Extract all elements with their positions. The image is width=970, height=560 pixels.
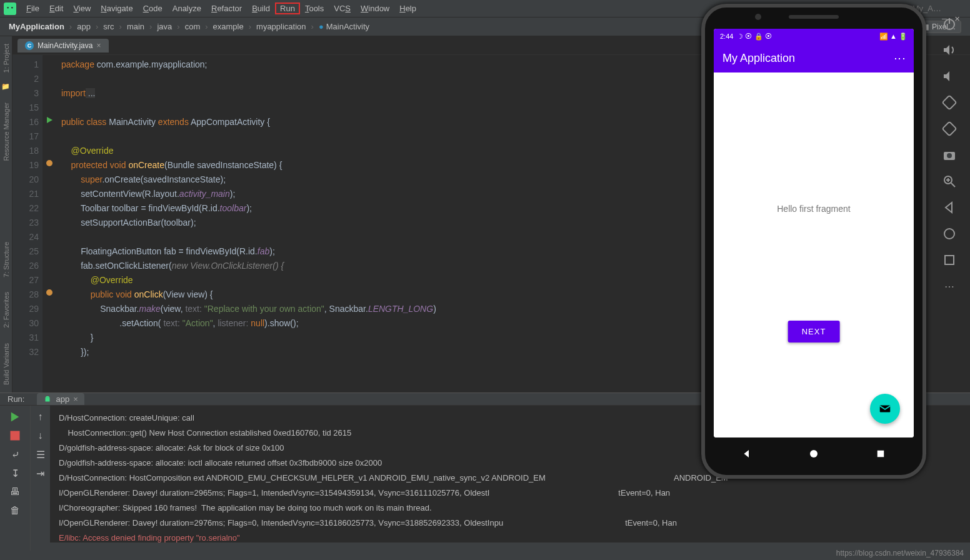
svg-point-1 — [7, 7, 9, 8]
up-icon[interactable]: ↑ — [34, 411, 47, 423]
minimize-icon[interactable]: ─ — [940, 15, 949, 24]
crumb-myapp[interactable]: myapplication — [254, 21, 309, 32]
svg-point-2 — [11, 7, 13, 8]
svg-rect-11 — [942, 96, 957, 110]
status-icons-right: 📶 ▲ 🔋 — [879, 32, 908, 41]
svg-marker-4 — [47, 117, 52, 123]
app-bar: My Application ⋮ — [714, 44, 914, 72]
nav-home-icon[interactable] — [808, 448, 819, 459]
emulator-toolbar: ⋯ — [934, 11, 965, 294]
tab-mainactivity[interactable]: C MainActivity.java × — [18, 39, 109, 52]
export-icon[interactable]: ⇥ — [34, 467, 47, 479]
print-icon[interactable]: 🖶 — [9, 486, 21, 498]
tool-resource-manager[interactable]: Resource Manager — [2, 102, 10, 161]
crumb-main[interactable]: main — [124, 21, 147, 32]
override-gutter-icon[interactable] — [44, 156, 55, 170]
close-icon[interactable]: × — [96, 41, 101, 50]
soft-wrap-icon[interactable]: ⤶ — [9, 448, 21, 461]
status-bar: https://blog.csdn.net/weixin_47936384 — [830, 548, 970, 560]
menu-vcs[interactable]: VCS — [329, 2, 356, 14]
tool-build-variants[interactable]: Build Variants — [2, 343, 10, 385]
down-icon[interactable]: ↓ — [34, 429, 47, 442]
nav-overview-icon[interactable] — [875, 448, 886, 459]
run-gutter-icon[interactable] — [44, 112, 55, 127]
crumb-app[interactable]: app — [74, 21, 93, 32]
svg-line-16 — [951, 183, 955, 187]
android-studio-logo — [4, 2, 16, 15]
crumb-project[interactable]: MyApplication — [6, 21, 67, 32]
menu-view[interactable]: View — [68, 2, 96, 14]
folder-icon[interactable]: 📁 — [1, 82, 11, 92]
menu-help[interactable]: Help — [394, 2, 421, 14]
android-statusbar: 2:44 ☽ ⦿ 🔒 ⦿ 📶 ▲ 🔋 — [714, 29, 914, 44]
menu-edit[interactable]: Edit — [44, 2, 68, 14]
crumb-class[interactable]: MainActivity — [316, 21, 372, 32]
chevron-right-icon: › — [68, 22, 73, 31]
override-gutter-icon-2[interactable] — [44, 285, 55, 299]
svg-point-5 — [46, 160, 52, 166]
filter-icon[interactable]: ☰ — [34, 448, 47, 461]
speaker — [789, 15, 839, 19]
menu-run[interactable]: Run — [275, 2, 300, 14]
clear-icon[interactable]: 🗑 — [9, 504, 21, 517]
fab-button[interactable] — [870, 394, 900, 424]
camera-icon[interactable] — [942, 148, 957, 162]
svg-point-6 — [46, 289, 52, 296]
overflow-menu-icon[interactable]: ⋮ — [893, 53, 907, 63]
run-tool-strip: ⤶ ↧ 🖶 🗑 — [0, 406, 30, 551]
fragment-text: Hello first fragment — [714, 204, 914, 214]
menu-refactor[interactable]: Refactor — [206, 2, 247, 14]
home-icon[interactable] — [942, 226, 957, 241]
menu-navigate[interactable]: Navigate — [96, 2, 138, 14]
camera-dot — [755, 14, 761, 20]
menu-code[interactable]: Code — [138, 2, 168, 14]
svg-point-20 — [944, 229, 954, 239]
menu-analyze[interactable]: Analyze — [168, 2, 206, 14]
mail-icon — [878, 402, 892, 416]
svg-rect-12 — [942, 122, 957, 136]
emulator: 2:44 ☽ ⦿ 🔒 ⦿ 📶 ▲ 🔋 My Application ⋮ Hell… — [701, 4, 926, 498]
run-label: Run: — [8, 394, 24, 404]
overview-icon[interactable] — [942, 252, 957, 268]
phone-frame: 2:44 ☽ ⦿ 🔒 ⦿ 📶 ▲ 🔋 My Application ⋮ Hell… — [701, 4, 926, 479]
emulator-window-controls: ─ ✕ — [940, 15, 961, 24]
rotate-right-icon[interactable] — [942, 121, 957, 136]
gutter: 123151617181920212223242526272829303132 — [12, 55, 42, 392]
breadcrumb: MyApplication › app› src› main› java› co… — [6, 21, 372, 32]
tab-label: MainActivity.java — [38, 41, 92, 50]
rotate-left-icon[interactable] — [942, 95, 957, 110]
svg-marker-19 — [946, 202, 952, 212]
svg-point-14 — [947, 153, 952, 158]
crumb-java[interactable]: java — [154, 21, 174, 32]
volume-down-icon[interactable] — [942, 69, 957, 84]
stop-icon[interactable] — [9, 429, 21, 442]
crumb-com[interactable]: com — [182, 21, 203, 32]
close-icon[interactable]: ✕ — [952, 15, 961, 24]
tool-project[interactable]: 1: Project — [2, 44, 10, 72]
volume-up-icon[interactable] — [942, 42, 957, 58]
run-tab-app[interactable]: app × — [37, 393, 84, 405]
phone-screen[interactable]: 2:44 ☽ ⦿ 🔒 ⦿ 📶 ▲ 🔋 My Application ⋮ Hell… — [714, 29, 914, 438]
svg-rect-0 — [4, 2, 16, 15]
nav-back-icon[interactable] — [741, 448, 752, 459]
svg-marker-23 — [744, 450, 749, 458]
next-button[interactable]: NEXT — [788, 321, 840, 342]
rerun-icon[interactable] — [9, 411, 21, 423]
menu-tools[interactable]: Tools — [300, 2, 329, 14]
svg-rect-7 — [46, 398, 50, 401]
menu-file[interactable]: FFileile — [21, 2, 44, 14]
crumb-example[interactable]: example — [211, 21, 246, 32]
svg-point-24 — [810, 450, 818, 458]
tool-structure[interactable]: 7: Structure — [2, 242, 10, 278]
app-content: Hello first fragment NEXT — [714, 72, 914, 438]
menu-build[interactable]: Build — [247, 2, 275, 14]
zoom-icon[interactable] — [942, 174, 957, 189]
back-icon[interactable] — [942, 200, 957, 215]
scroll-end-icon[interactable]: ↧ — [9, 467, 21, 479]
close-icon[interactable]: × — [73, 394, 78, 404]
tool-favorites[interactable]: 2: Favorites — [2, 292, 10, 328]
more-icon[interactable]: ⋯ — [942, 279, 957, 294]
svg-rect-21 — [945, 256, 954, 264]
crumb-src[interactable]: src — [101, 21, 116, 32]
menu-window[interactable]: Window — [356, 2, 394, 14]
